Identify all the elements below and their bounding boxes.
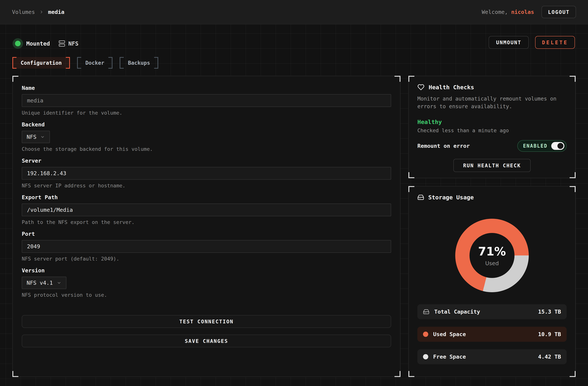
- free-space-label: Free Space: [433, 354, 466, 360]
- health-checks-description: Monitor and automatically remount volume…: [417, 95, 567, 110]
- storage-usage-title-row: Storage Usage: [417, 194, 567, 201]
- health-checks-title-row: Health Checks: [417, 84, 567, 91]
- health-status-badge: Healthy: [417, 119, 567, 125]
- used-space-label: Used Space: [433, 331, 466, 337]
- backend-field: Backend NFS Choose the storage backend f…: [22, 121, 391, 152]
- chevron-right-icon: [39, 10, 44, 14]
- tab-configuration[interactable]: Configuration: [12, 57, 70, 69]
- corner-bracket-decoration: [408, 371, 414, 377]
- heart-icon: [417, 84, 424, 91]
- mounted-status-dot: [15, 41, 21, 46]
- export-path-help: Path to the NFS export on the server.: [22, 219, 391, 225]
- backend-badge-label: NFS: [68, 40, 78, 47]
- save-changes-button[interactable]: SAVE CHANGES: [22, 335, 391, 347]
- unmount-button[interactable]: UNMOUNT: [489, 36, 529, 49]
- corner-bracket-decoration: [408, 76, 414, 82]
- version-help: NFS protocol version to use.: [22, 292, 391, 298]
- backend-select[interactable]: NFS: [22, 131, 50, 143]
- test-connection-button[interactable]: TEST CONNECTION: [22, 315, 391, 328]
- breadcrumb-current: media: [48, 9, 64, 15]
- storage-usage-title: Storage Usage: [428, 194, 474, 201]
- corner-bracket-decoration: [570, 76, 576, 82]
- breadcrumb: Volumes media: [12, 9, 64, 15]
- hard-drive-icon: [423, 309, 429, 315]
- total-capacity-row: Total Capacity 15.3 TB: [417, 304, 567, 319]
- corner-bracket-decoration: [408, 186, 414, 192]
- delete-button[interactable]: DELETE: [535, 36, 575, 49]
- mounted-status-label: Mounted: [26, 40, 50, 47]
- tab-docker[interactable]: Docker: [77, 57, 112, 69]
- name-help: Unique identifier for the volume.: [22, 110, 391, 116]
- chevron-down-icon: [57, 280, 62, 285]
- hard-drive-icon: [417, 194, 424, 201]
- storage-percent-caption: Used: [485, 260, 499, 267]
- port-label: Port: [22, 231, 391, 237]
- corner-bracket-decoration: [395, 76, 400, 82]
- name-label: Name: [22, 85, 391, 91]
- username: nicolas: [511, 9, 534, 15]
- logout-button[interactable]: LOGOUT: [542, 6, 576, 18]
- chevron-down-icon: [40, 134, 45, 139]
- port-field: Port NFS server port (default: 2049).: [22, 231, 391, 262]
- name-input[interactable]: [22, 94, 391, 107]
- backend-help: Choose the storage backend for this volu…: [22, 146, 391, 152]
- volume-actions: UNMOUNT DELETE: [489, 36, 575, 49]
- volume-detail-page: Volumes media Welcome, nicolas LOGOUT Mo…: [0, 0, 588, 386]
- name-field: Name Unique identifier for the volume.: [22, 85, 391, 116]
- free-space-dot: [423, 354, 428, 359]
- health-last-checked: Checked less than a minute ago: [417, 128, 567, 133]
- backend-label: Backend: [22, 121, 391, 128]
- health-checks-title: Health Checks: [429, 84, 474, 91]
- remount-on-error-label: Remount on error: [417, 143, 470, 149]
- health-checks-card: Health Checks Monitor and automatically …: [408, 76, 576, 178]
- top-bar-right: Welcome, nicolas LOGOUT: [482, 6, 576, 18]
- server-icon: [59, 40, 65, 47]
- remount-toggle[interactable]: ENABLED: [517, 140, 567, 152]
- storage-usage-card: Storage Usage 71% Used: [408, 186, 576, 377]
- backend-badge: NFS: [59, 40, 78, 47]
- server-field: Server NFS server IP address or hostname…: [22, 158, 391, 189]
- port-input[interactable]: [22, 240, 391, 253]
- storage-legend: Total Capacity 15.3 TB Used Space 10.9 T…: [417, 304, 567, 364]
- corner-bracket-decoration: [395, 371, 400, 377]
- corner-bracket-decoration: [570, 186, 576, 192]
- corner-bracket-decoration: [12, 76, 18, 82]
- used-space-dot: [423, 332, 428, 337]
- server-label: Server: [22, 158, 391, 164]
- port-help: NFS server port (default: 2049).: [22, 256, 391, 262]
- run-health-check-button[interactable]: RUN HEALTH CHECK: [453, 159, 531, 172]
- corner-bracket-decoration: [408, 172, 414, 178]
- used-space-row: Used Space 10.9 TB: [417, 327, 567, 342]
- mounted-status: Mounted: [12, 40, 50, 47]
- storage-donut-chart: 71% Used: [455, 219, 529, 292]
- configuration-panel: Name Unique identifier for the volume. B…: [12, 76, 400, 377]
- version-field: Version NFS v4.1 NFS protocol version to…: [22, 267, 391, 298]
- storage-percent-used: 71%: [478, 245, 506, 258]
- export-path-label: Export Path: [22, 194, 391, 200]
- right-column: Health Checks Monitor and automatically …: [408, 76, 576, 377]
- top-bar: Volumes media Welcome, nicolas LOGOUT: [0, 0, 588, 24]
- corner-bracket-decoration: [570, 371, 576, 377]
- export-path-field: Export Path Path to the NFS export on th…: [22, 194, 391, 225]
- version-select-value: NFS v4.1: [27, 280, 53, 286]
- corner-bracket-decoration: [12, 371, 18, 377]
- toggle-switch-knob: [557, 143, 564, 149]
- tab-backups[interactable]: Backups: [120, 57, 158, 69]
- version-label: Version: [22, 267, 391, 274]
- used-space-value: 10.9 TB: [538, 331, 561, 337]
- breadcrumb-volumes-link[interactable]: Volumes: [12, 9, 35, 15]
- backend-select-value: NFS: [27, 134, 36, 140]
- server-help: NFS server IP address or hostname.: [22, 183, 391, 189]
- remount-toggle-state-label: ENABLED: [523, 143, 547, 149]
- storage-donut-center: 71% Used: [469, 233, 514, 278]
- remount-on-error-row: Remount on error ENABLED: [417, 140, 567, 152]
- export-path-input[interactable]: [22, 204, 391, 216]
- free-space-row: Free Space 4.42 TB: [417, 349, 567, 364]
- version-select[interactable]: NFS v4.1: [22, 277, 66, 289]
- free-space-value: 4.42 TB: [538, 354, 561, 360]
- total-capacity-label: Total Capacity: [434, 309, 480, 315]
- server-input[interactable]: [22, 167, 391, 180]
- total-capacity-value: 15.3 TB: [538, 309, 561, 315]
- welcome-text: Welcome, nicolas: [482, 9, 534, 15]
- page-content: Mounted NFS UNMOUNT DELETE Configuration…: [0, 24, 588, 386]
